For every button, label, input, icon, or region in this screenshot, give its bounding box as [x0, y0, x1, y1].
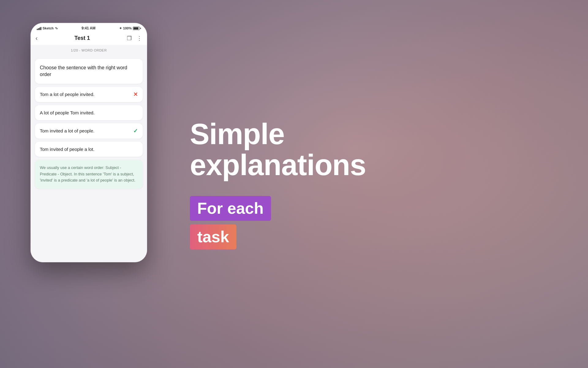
headline-line1: Simple — [190, 117, 285, 150]
answer-text-4: Tom invited of people a lot. — [40, 146, 94, 152]
phone-mockup: Sketch ∿ 9:41 AM ✦ 100% ‹ Test 1 ❐ — [31, 23, 147, 262]
scroll-content[interactable]: Choose the sentence with the right word … — [31, 55, 147, 262]
progress-label: 1/20 - WORD ORDER — [71, 48, 107, 52]
answer-text-3: Tom invited a lot of people. — [40, 128, 94, 134]
signal-bars-icon — [37, 26, 41, 30]
explanation-card: We usually use a certain word order: Sub… — [35, 160, 143, 189]
explanation-text: We usually use a certain word order: Sub… — [40, 165, 135, 183]
battery-percent: 100% — [123, 26, 132, 30]
status-right: ✦ 100% — [119, 26, 141, 30]
wifi-icon: ∿ — [55, 26, 58, 30]
question-card: Choose the sentence with the right word … — [35, 59, 143, 84]
nav-bar: ‹ Test 1 ❐ ⋮ — [31, 32, 147, 45]
status-bar: Sketch ∿ 9:41 AM ✦ 100% — [31, 23, 147, 32]
tag-row: For each task — [190, 196, 564, 249]
answer-option-4[interactable]: Tom invited of people a lot. — [35, 142, 143, 157]
headline-line2: explanations — [190, 148, 366, 181]
battery-icon — [133, 27, 141, 30]
back-button[interactable]: ‹ — [36, 35, 38, 42]
tag-for-each: For each — [190, 196, 271, 221]
right-content: Simple explanations For each task — [165, 0, 588, 368]
question-text: Choose the sentence with the right word … — [40, 65, 127, 77]
tag-task: task — [190, 224, 236, 249]
status-left: Sketch ∿ — [37, 26, 58, 30]
more-icon[interactable]: ⋮ — [137, 35, 142, 42]
wrong-icon-1: ✕ — [133, 91, 138, 98]
status-time: 9:41 AM — [81, 26, 96, 30]
headline: Simple explanations — [190, 119, 564, 181]
carrier-label: Sketch — [43, 26, 54, 30]
phone-frame: Sketch ∿ 9:41 AM ✦ 100% ‹ Test 1 ❐ — [31, 23, 147, 262]
correct-icon-3: ✓ — [133, 128, 138, 134]
nav-title: Test 1 — [74, 35, 90, 41]
share-icon[interactable]: ❐ — [127, 35, 132, 42]
nav-icons: ❐ ⋮ — [127, 35, 142, 42]
answer-option-3[interactable]: Tom invited a lot of people. ✓ — [35, 123, 143, 139]
answer-text-1: Tom a lot of people invited. — [40, 91, 94, 98]
progress-section: 1/20 - WORD ORDER — [31, 45, 147, 55]
answer-option-2[interactable]: A lot of people Tom invited. — [35, 105, 143, 120]
answer-option-1[interactable]: Tom a lot of people invited. ✕ — [35, 87, 143, 102]
bluetooth-icon: ✦ — [119, 26, 122, 30]
answer-text-2: A lot of people Tom invited. — [40, 109, 95, 116]
